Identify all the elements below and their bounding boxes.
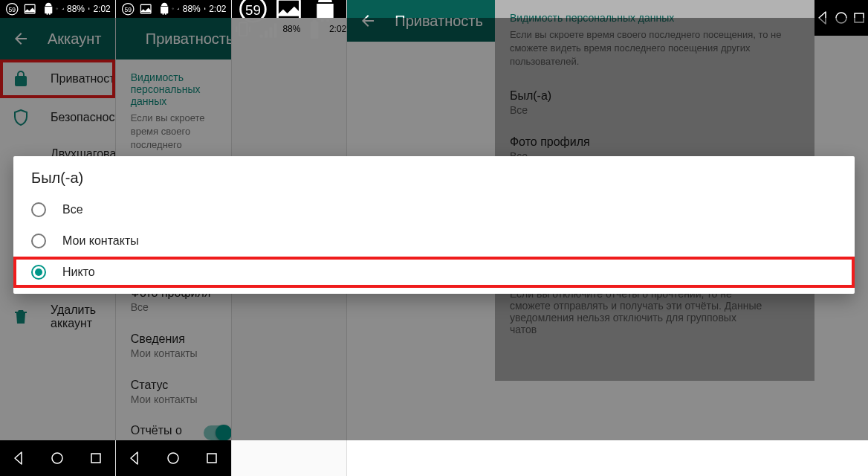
image-icon xyxy=(22,1,37,16)
svg-rect-15 xyxy=(207,454,216,463)
battery-text: 88% xyxy=(67,4,85,14)
notif-icon: 59 xyxy=(4,1,19,16)
notif-icon: 59 xyxy=(120,1,135,16)
radio-option-everyone[interactable]: Все xyxy=(13,194,855,225)
android-icon xyxy=(157,1,172,16)
time-text: 2:02 xyxy=(209,4,226,14)
nav-home[interactable] xyxy=(164,449,182,467)
svg-rect-3 xyxy=(56,8,57,10)
svg-text:59: 59 xyxy=(124,5,132,13)
last-seen-dialog: Был(-а) Все Мои контакты Никто xyxy=(13,156,855,294)
vibrate-icon xyxy=(56,7,58,10)
nav-back[interactable] xyxy=(126,449,144,467)
signal-icon xyxy=(177,7,179,10)
battery-text: 88% xyxy=(183,4,201,14)
time-text: 2:02 xyxy=(93,4,110,14)
battery-icon xyxy=(204,7,206,10)
android-icon xyxy=(41,1,56,16)
nav-back[interactable] xyxy=(10,449,28,467)
nav-bar xyxy=(0,440,115,476)
svg-text:59: 59 xyxy=(8,5,16,13)
radio-label: Все xyxy=(62,203,83,216)
radio-icon xyxy=(31,202,46,217)
vibrate-icon xyxy=(172,7,174,10)
nav-recent[interactable] xyxy=(203,449,221,467)
image-icon xyxy=(138,1,153,16)
radio-icon-selected xyxy=(31,265,46,280)
nav-recent[interactable] xyxy=(87,449,105,467)
svg-rect-9 xyxy=(91,454,100,463)
radio-option-nobody[interactable]: Никто xyxy=(13,257,855,288)
radio-label: Мои контакты xyxy=(62,234,139,248)
dialog-title: Был(-а) xyxy=(13,170,855,194)
svg-text:59: 59 xyxy=(245,1,261,17)
radio-label: Никто xyxy=(62,266,95,279)
status-bar: 59 88% 2:02 xyxy=(116,0,231,18)
nav-home[interactable] xyxy=(48,449,66,467)
svg-rect-13 xyxy=(172,8,173,10)
status-bar: 59 xyxy=(232,0,347,18)
svg-point-8 xyxy=(52,453,62,463)
status-bar: 59 88% 2:02 xyxy=(0,0,115,18)
nav-bar xyxy=(116,440,231,476)
signal-icon xyxy=(62,7,64,10)
radio-icon xyxy=(31,234,46,248)
radio-option-contacts[interactable]: Мои контакты xyxy=(13,225,855,257)
battery-icon xyxy=(88,7,90,10)
svg-point-14 xyxy=(168,453,178,463)
